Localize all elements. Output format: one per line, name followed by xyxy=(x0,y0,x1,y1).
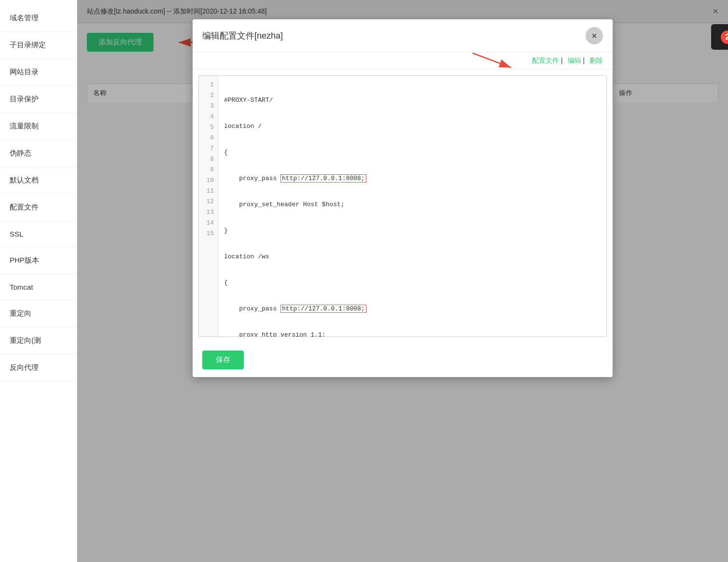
delete-link[interactable]: 删除 xyxy=(589,56,603,64)
sidebar-item-subdir[interactable]: 子目录绑定 xyxy=(0,32,77,59)
code-line-9: proxy_pass http://127.0.0.1:8008; xyxy=(224,304,601,314)
code-line-6: } xyxy=(224,225,601,236)
sidebar: 域名管理 子目录绑定 网站目录 目录保护 流量限制 伪静态 默认文档 配置文件 … xyxy=(0,0,77,562)
code-editor[interactable]: 1 2 3 4 5 6 7 8 9 10 11 12 13 xyxy=(199,76,606,337)
config-links-row: 配置文件 | 编辑 | 删除 xyxy=(193,53,613,70)
code-line-3: { xyxy=(224,147,601,158)
annotation-2: 2修改配置文件 xyxy=(711,24,728,50)
sidebar-item-domain[interactable]: 域名管理 xyxy=(0,5,77,32)
proxy-pass-url-2: http://127.0.0.1:8008; xyxy=(280,305,366,313)
proxy-pass-url-1: http://127.0.0.1:8008; xyxy=(280,174,366,183)
sidebar-item-default-doc[interactable]: 默认文档 xyxy=(0,167,77,194)
sidebar-item-dirprotect[interactable]: 目录保护 xyxy=(0,86,77,113)
sidebar-item-static[interactable]: 伪静态 xyxy=(0,140,77,167)
modal-overlay: 2修改配置文件 编辑配置文件[nezha] × 配置文件 | 编辑 | 删除 xyxy=(77,0,728,562)
sidebar-item-reverse-proxy[interactable]: 反向代理 xyxy=(0,354,77,381)
code-line-7: location /ws xyxy=(224,252,601,262)
sidebar-item-webdir[interactable]: 网站目录 xyxy=(0,59,77,86)
annotation-circle-2: 2 xyxy=(721,30,728,44)
sidebar-item-config[interactable]: 配置文件 xyxy=(0,194,77,221)
save-button[interactable]: 保存 xyxy=(202,351,244,369)
sidebar-item-redirect-test[interactable]: 重定向(测 xyxy=(0,327,77,354)
code-line-2: location / xyxy=(224,121,601,132)
line-numbers: 1 2 3 4 5 6 7 8 9 10 11 12 13 xyxy=(199,76,218,337)
content-area: 站点修改[tz.haoduck.com] -- 添加时间[2020-12-12 … xyxy=(77,0,728,562)
edit-link[interactable]: 编辑 xyxy=(568,56,581,64)
code-line-1: #PROXY-START/ xyxy=(224,95,601,106)
code-line-4: proxy_pass http://127.0.0.1:8008; xyxy=(224,173,601,184)
sidebar-item-php[interactable]: PHP版本 xyxy=(0,247,77,274)
modal-dialog: 2修改配置文件 编辑配置文件[nezha] × 配置文件 | 编辑 | 删除 xyxy=(193,19,613,377)
sidebar-item-redirect[interactable]: 重定向 xyxy=(0,300,77,327)
sidebar-item-tomcat[interactable]: Tomcat xyxy=(0,274,77,300)
code-content[interactable]: #PROXY-START/ location / { proxy_pass ht… xyxy=(218,76,606,337)
modal-close-button[interactable]: × xyxy=(586,27,603,44)
config-file-link[interactable]: 配置文件 xyxy=(532,56,559,64)
main-container: 域名管理 子目录绑定 网站目录 目录保护 流量限制 伪静态 默认文档 配置文件 … xyxy=(0,0,728,562)
code-line-8: { xyxy=(224,278,601,288)
modal-title: 编辑配置文件[nezha] xyxy=(202,30,283,42)
code-editor-wrapper: 1 2 3 4 5 6 7 8 9 10 11 12 13 xyxy=(198,75,607,337)
sidebar-item-traffic[interactable]: 流量限制 xyxy=(0,113,77,140)
code-line-10: proxy_http_version 1.1; xyxy=(224,330,601,337)
code-line-5: proxy_set_header Host $host; xyxy=(224,199,601,210)
modal-header: 编辑配置文件[nezha] × xyxy=(193,19,613,53)
sidebar-item-ssl[interactable]: SSL xyxy=(0,221,77,247)
modal-footer: 保存 xyxy=(193,343,613,377)
